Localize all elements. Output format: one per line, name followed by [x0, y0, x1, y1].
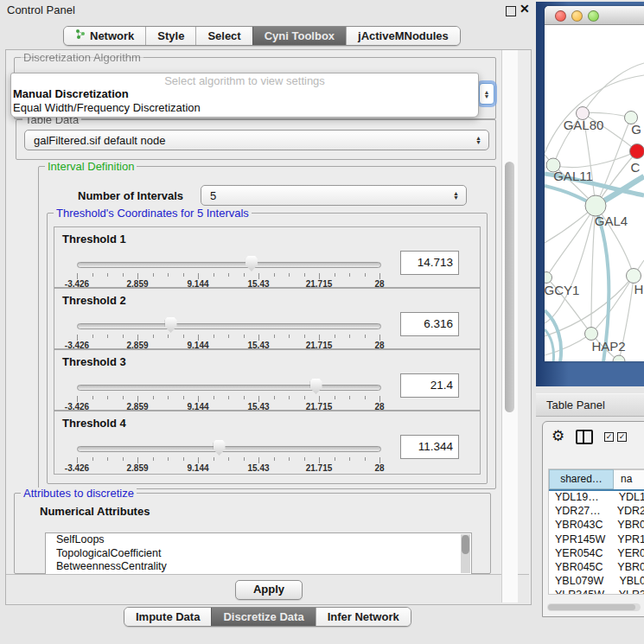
tab-style[interactable]: Style — [145, 27, 195, 45]
table-row[interactable]: YER054CYER0 — [549, 547, 644, 561]
tab-jactivemnodules[interactable]: jActiveMNodules — [346, 27, 460, 45]
table-row[interactable]: YPR145WYPR1 — [549, 533, 644, 547]
tab-impute-data[interactable]: Impute Data — [124, 608, 211, 626]
apply-button[interactable]: Apply — [235, 580, 303, 600]
tick-mark — [198, 335, 199, 341]
tick-mark — [228, 457, 229, 461]
threshold-coordinates-group-title: Threshold's Coordinates for 5 Intervals — [54, 207, 252, 219]
divider — [583, 431, 584, 443]
tick-mark — [258, 457, 259, 463]
table-row[interactable]: YDL19…YDL1 — [549, 491, 644, 505]
slider-handle[interactable] — [165, 317, 177, 333]
column-header-name[interactable]: na — [614, 469, 644, 489]
down-arrow-icon: ▼ — [484, 94, 490, 99]
network-node-c[interactable] — [630, 144, 644, 159]
stepper-icon: ▲▼ — [450, 191, 462, 200]
checked-box-icon[interactable]: ✓ — [617, 432, 627, 442]
algorithm-dropdown-popup: Select algorithm to view settings Manual… — [10, 73, 479, 118]
tick-mark — [168, 396, 169, 399]
tick-mark — [304, 335, 305, 338]
node-table[interactable]: shared… na YDL19…YDL1YDR27…YDR2YBR043CYB… — [548, 469, 644, 595]
slider-handle[interactable] — [214, 440, 226, 456]
table-data-combobox[interactable]: galFiltered.sif default node ▲▼ — [24, 130, 489, 150]
close-traffic-light[interactable] — [555, 10, 566, 22]
tick-mark — [123, 273, 124, 277]
network-node-gcy1[interactable] — [545, 272, 552, 284]
tick-mark — [274, 335, 275, 338]
threshold-value-field[interactable]: 14.713 — [400, 251, 459, 275]
table-row[interactable]: YBL079WYBL0 — [549, 575, 644, 589]
table-panel-titlebar: Table Panel — [536, 393, 644, 417]
algorithm-combobox-stepper[interactable]: ▲▼ — [479, 83, 494, 105]
tick-mark — [92, 273, 93, 277]
table-hscrollbar-thumb[interactable] — [548, 604, 635, 610]
threshold-slider[interactable] — [77, 441, 379, 458]
algorithm-option-equal-width[interactable]: Equal Width/Frequency Discretization — [13, 101, 476, 115]
tab-infer-network[interactable]: Infer Network — [316, 608, 411, 626]
scale-label: -3.426 — [56, 463, 98, 473]
threshold-value-field[interactable]: 6.316 — [400, 312, 459, 336]
tick-mark — [349, 335, 350, 338]
network-canvas[interactable]: GAL80GCGAL11GAL4GCY1HHAP2 — [545, 25, 644, 361]
tick-mark — [258, 273, 259, 279]
tick-mark — [123, 457, 124, 461]
cell-name: YBR0 — [609, 519, 644, 532]
attribute-list-item[interactable]: TopologicalCoefficient — [46, 547, 471, 561]
table-row[interactable]: YDR27…YDR2 — [549, 505, 644, 519]
threshold-value-field[interactable]: 11.344 — [400, 435, 459, 459]
table-panel: ⚙ ✓ ✓ shared… na YDL19…YDL1YDR27…YDR2YBR… — [542, 421, 644, 617]
attributes-scrollbar-thumb[interactable] — [462, 535, 469, 554]
attributes-scrollbar[interactable] — [461, 534, 470, 573]
panel-scrollbar[interactable] — [501, 50, 518, 603]
network-icon — [75, 27, 86, 45]
table-row[interactable]: YBR045CYBR0 — [549, 561, 644, 575]
algorithm-option-manual[interactable]: Manual Discretization — [13, 87, 476, 101]
cell-name: YDL1 — [611, 491, 644, 505]
tick-mark — [379, 457, 380, 463]
zoom-traffic-light[interactable] — [588, 10, 599, 22]
slider-handle[interactable] — [245, 256, 258, 271]
slider-track — [77, 446, 381, 452]
network-node-h[interactable] — [627, 269, 641, 284]
tick-mark — [349, 457, 350, 461]
slider-handle[interactable] — [310, 379, 322, 394]
network-window-titlebar[interactable] — [545, 6, 644, 25]
close-icon[interactable]: ✕ — [520, 2, 530, 16]
tick-mark — [153, 457, 154, 461]
tab-cyni-toolbox[interactable]: Cyni Toolbox — [252, 27, 346, 45]
threshold-value-field[interactable]: 21.4 — [400, 373, 459, 398]
tab-network[interactable]: Network — [64, 27, 145, 45]
numerical-attributes-list[interactable]: SelfLoopsTopologicalCoefficientBetweenne… — [45, 532, 472, 575]
tab-label: Network — [90, 27, 134, 45]
tick-mark — [198, 396, 199, 402]
threshold-slider[interactable] — [77, 257, 379, 274]
panel-scrollbar-thumb[interactable] — [505, 162, 514, 412]
tick-mark — [274, 457, 275, 461]
cell-shared-name: YPR145W — [549, 533, 609, 547]
minimize-traffic-light[interactable] — [571, 10, 583, 22]
tab-discretize-data[interactable]: Discretize Data — [211, 608, 315, 626]
number-of-intervals-combobox[interactable]: 5 ▲▼ — [201, 185, 467, 206]
threshold-slider[interactable] — [77, 318, 379, 335]
tick-mark — [183, 457, 184, 461]
float-window-icon[interactable] — [506, 6, 516, 16]
attribute-list-item[interactable]: BetweennessCentrality — [46, 560, 471, 574]
tick-mark — [335, 396, 335, 399]
cell-shared-name: YBR043C — [549, 519, 609, 532]
network-edge — [546, 206, 596, 277]
split-columns-icon[interactable] — [576, 430, 593, 444]
table-row[interactable]: YBR043CYBR0 — [549, 519, 644, 532]
checked-box-icon[interactable]: ✓ — [604, 432, 614, 442]
tick-mark — [304, 396, 305, 399]
numerical-attributes-label: Numerical Attributes — [40, 505, 150, 518]
tab-select[interactable]: Select — [195, 27, 252, 45]
tick-mark — [214, 335, 214, 338]
settings-gear-icon[interactable]: ⚙ — [552, 427, 564, 445]
column-header-shared-name[interactable]: shared… — [549, 469, 614, 489]
algorithm-prompt-item[interactable]: Select algorithm to view settings — [11, 74, 478, 87]
threshold-slider[interactable] — [77, 379, 379, 397]
table-row[interactable]: YLR345WYLR3 — [549, 589, 644, 595]
attribute-list-item[interactable]: SelfLoops — [46, 533, 471, 547]
network-node[interactable] — [613, 355, 625, 361]
table-hscrollbar[interactable] — [547, 603, 641, 611]
